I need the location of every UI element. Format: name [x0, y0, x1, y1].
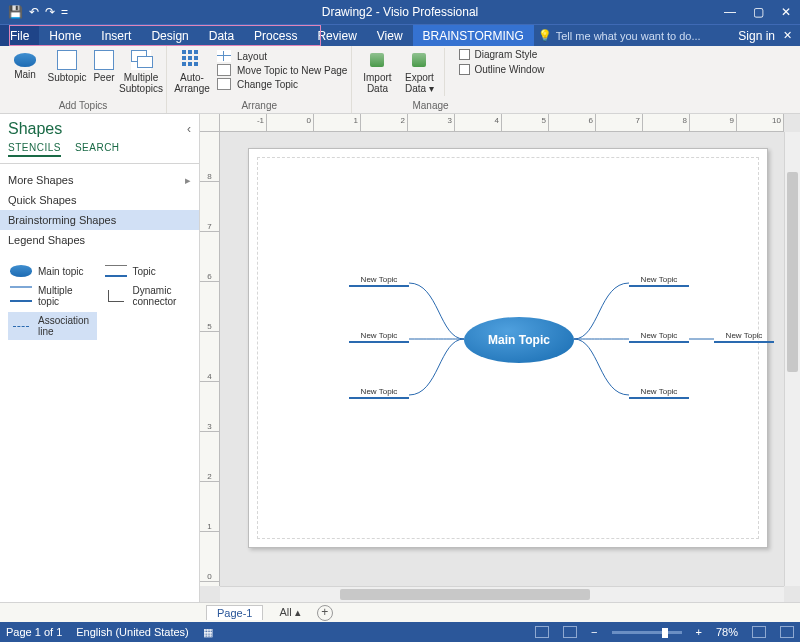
tab-view[interactable]: View: [367, 25, 413, 46]
presentation-mode-icon[interactable]: [535, 626, 549, 638]
macro-record-icon[interactable]: ▦: [203, 626, 213, 639]
drawing-page[interactable]: Main Topic New Topic New Topic New Topic…: [248, 148, 768, 548]
zoom-out-button[interactable]: −: [591, 626, 597, 638]
page-count: Page 1 of 1: [6, 626, 62, 638]
page-tabs: Page-1 All ▴ +: [0, 602, 800, 622]
ruler-tick: 2: [200, 432, 219, 482]
rect-icon: [57, 50, 77, 70]
group-add-topics: Main Subtopic Peer Multiple Subtopics Ad…: [0, 46, 167, 113]
ruler-tick: 4: [200, 332, 219, 382]
zoom-slider[interactable]: [612, 631, 682, 634]
page-icon: [217, 64, 231, 76]
ruler-horizontal[interactable]: -1 0 1 2 3 4 5 6 7 8 9 10: [220, 114, 784, 132]
shape-association-line[interactable]: Association line: [8, 312, 97, 340]
topic-icon: [105, 265, 127, 277]
tab-home[interactable]: Home: [39, 25, 91, 46]
redo-icon[interactable]: ↷: [45, 5, 55, 19]
shape-dynamic-connector[interactable]: Dynamic connector: [103, 282, 192, 310]
tell-me-search[interactable]: 💡 Tell me what you want to do...: [538, 25, 701, 46]
scroll-thumb[interactable]: [787, 172, 798, 372]
topic-shape[interactable]: New Topic: [349, 331, 409, 343]
collapse-panel-icon[interactable]: ‹: [187, 122, 191, 136]
ruler-tick: 1: [314, 114, 361, 131]
ribbon: Main Subtopic Peer Multiple Subtopics Ad…: [0, 46, 800, 114]
topic-shape[interactable]: New Topic: [714, 331, 774, 343]
brainstorming-shapes-item[interactable]: Brainstorming Shapes: [0, 210, 199, 230]
topic-shape[interactable]: New Topic: [629, 387, 689, 399]
scrollbar-vertical[interactable]: [784, 132, 800, 586]
tab-design[interactable]: Design: [141, 25, 198, 46]
tab-data[interactable]: Data: [199, 25, 244, 46]
ruler-tick: 6: [200, 232, 219, 282]
scrollbar-horizontal[interactable]: [220, 586, 784, 602]
language-status[interactable]: English (United States): [76, 626, 189, 638]
mindmap: Main Topic New Topic New Topic New Topic…: [309, 259, 727, 419]
zoom-in-button[interactable]: +: [696, 626, 702, 638]
main-button[interactable]: Main: [4, 48, 46, 80]
save-icon[interactable]: 💾: [8, 5, 23, 19]
ruler-vertical[interactable]: 8 7 6 5 4 3 2 1 0: [200, 132, 220, 586]
move-topic-button[interactable]: Move Topic to New Page: [217, 64, 347, 76]
change-topic-button[interactable]: Change Topic: [217, 78, 347, 90]
lightbulb-icon: 💡: [538, 29, 552, 42]
chevron-up-icon: ▴: [295, 606, 301, 618]
maximize-button[interactable]: ▢: [744, 5, 772, 19]
shape-main-topic[interactable]: Main topic: [8, 262, 97, 280]
more-shapes-item[interactable]: More Shapes▸: [0, 170, 199, 190]
ruler-tick: 7: [596, 114, 643, 131]
topic-shape[interactable]: New Topic: [349, 275, 409, 287]
shape-topic[interactable]: Topic: [103, 262, 192, 280]
shape-multiple-topic[interactable]: Multiple topic: [8, 282, 97, 310]
ruler-tick: 2: [361, 114, 408, 131]
ruler-tick: 9: [690, 114, 737, 131]
checkbox-icon: [459, 64, 470, 75]
page-width-icon[interactable]: [563, 626, 577, 638]
zoom-level[interactable]: 78%: [716, 626, 738, 638]
zoom-knob[interactable]: [662, 628, 668, 638]
main-topic-shape[interactable]: Main Topic: [464, 317, 574, 363]
legend-shapes-item[interactable]: Legend Shapes: [0, 230, 199, 250]
diagram-style-checkbox[interactable]: Diagram Style: [453, 48, 550, 61]
pan-zoom-icon[interactable]: [780, 626, 794, 638]
canvas-wrap: -1 0 1 2 3 4 5 6 7 8 9 10 8 7 6 5 4 3 2 …: [200, 114, 800, 602]
peer-button[interactable]: Peer: [88, 48, 120, 83]
outline-window-checkbox[interactable]: Outline Window: [453, 63, 550, 76]
title-bar: 💾 ↶ ↷ = Drawing2 - Visio Professional — …: [0, 0, 800, 24]
topic-shape[interactable]: New Topic: [629, 331, 689, 343]
ruler-tick: 10: [737, 114, 784, 131]
multiple-subtopics-button[interactable]: Multiple Subtopics: [120, 48, 162, 94]
ribbon-close-icon[interactable]: ✕: [783, 29, 792, 42]
tab-stencils[interactable]: STENCILS: [8, 142, 61, 157]
export-data-button[interactable]: Export Data ▾: [398, 48, 440, 94]
tab-file[interactable]: File: [0, 25, 39, 46]
minimize-button[interactable]: —: [716, 5, 744, 19]
group-label: Manage: [352, 99, 800, 113]
quick-shapes-item[interactable]: Quick Shapes: [0, 190, 199, 210]
shapes-panel: Shapes ‹ STENCILS SEARCH More Shapes▸ Qu…: [0, 114, 200, 602]
add-page-button[interactable]: +: [317, 605, 333, 621]
ruler-tick: 0: [267, 114, 314, 131]
page-tab-all[interactable]: All ▴: [269, 605, 310, 620]
undo-icon[interactable]: ↶: [29, 5, 39, 19]
qat-more-icon[interactable]: =: [61, 5, 68, 19]
auto-arrange-button[interactable]: Auto- Arrange: [171, 48, 213, 94]
scroll-thumb[interactable]: [340, 589, 590, 600]
page-tab-1[interactable]: Page-1: [206, 605, 263, 620]
multi-icon: [131, 50, 151, 70]
drawing-viewport[interactable]: Main Topic New Topic New Topic New Topic…: [220, 132, 784, 586]
tab-search[interactable]: SEARCH: [75, 142, 120, 157]
tab-brainstorming[interactable]: BRAINSTORMING: [413, 25, 534, 46]
subtopic-button[interactable]: Subtopic: [46, 48, 88, 83]
tab-insert[interactable]: Insert: [91, 25, 141, 46]
import-data-button[interactable]: Import Data: [356, 48, 398, 94]
sign-in-link[interactable]: Sign in: [738, 29, 775, 43]
tab-process[interactable]: Process: [244, 25, 307, 46]
ruler-tick: 5: [502, 114, 549, 131]
ruler-tick: 6: [549, 114, 596, 131]
close-button[interactable]: ✕: [772, 5, 800, 19]
fit-page-icon[interactable]: [752, 626, 766, 638]
tab-review[interactable]: Review: [307, 25, 366, 46]
layout-button[interactable]: Layout: [217, 50, 347, 62]
topic-shape[interactable]: New Topic: [349, 387, 409, 399]
topic-shape[interactable]: New Topic: [629, 275, 689, 287]
